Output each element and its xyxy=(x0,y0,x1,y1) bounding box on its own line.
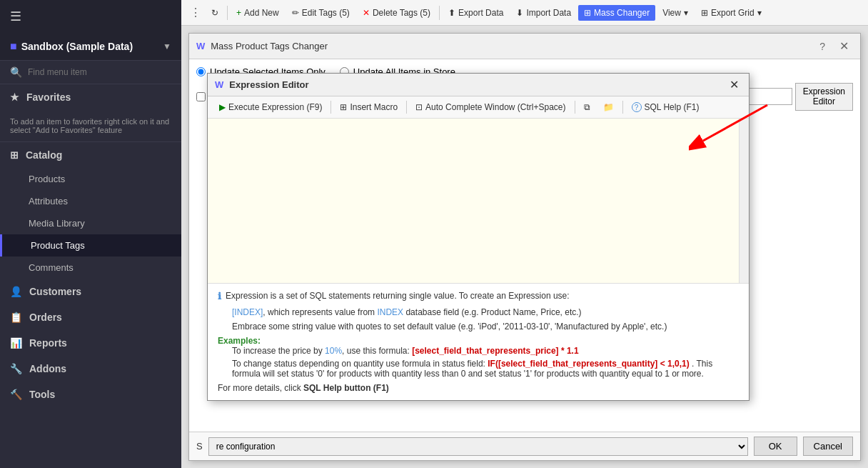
orders-label: Orders xyxy=(29,312,62,323)
add-new-button[interactable]: + Add New xyxy=(231,5,285,21)
expr-editor-area xyxy=(208,119,749,284)
reports-icon: 📊 xyxy=(10,337,22,349)
edit-icon: ✏ xyxy=(292,8,299,18)
expr-textarea[interactable] xyxy=(212,123,745,277)
expr-dialog-icon: W xyxy=(215,79,223,90)
catalog-icon: ⊞ xyxy=(10,149,19,161)
sidebar-item-catalog[interactable]: ⊞ Catalog xyxy=(0,142,181,168)
view-chevron-icon: ▾ xyxy=(684,8,688,18)
index-link[interactable]: [INDEX] xyxy=(232,307,263,317)
auto-complete-icon: ⊡ xyxy=(415,102,423,112)
mass-changer-bottom-bar: S re configuration OK Cancel xyxy=(189,432,860,460)
mass-changer-titlebar: W Mass Product Tags Changer ? ✕ xyxy=(189,34,860,59)
products-label: Products xyxy=(29,174,65,184)
expr-toolbar: ▶ Execute Expression (F9) ⊞ Insert Macro… xyxy=(208,96,749,119)
sidebar-item-customers[interactable]: 👤 Customers xyxy=(0,279,181,304)
expr-close-button[interactable]: ✕ xyxy=(727,78,742,91)
refresh-icon: ↻ xyxy=(211,8,218,18)
expr-toolbar-sep-1 xyxy=(330,101,331,114)
customers-icon: 👤 xyxy=(10,286,22,297)
toolbar-more-icon[interactable]: ⋮ xyxy=(187,6,204,19)
search-input[interactable] xyxy=(28,67,171,77)
expr-toolbar-sep-3 xyxy=(575,101,575,114)
delete-tags-button[interactable]: ✕ Delete Tags (5) xyxy=(357,5,436,21)
toolbar-separator-2 xyxy=(439,6,440,20)
sidebar-item-orders[interactable]: 📋 Orders xyxy=(0,304,181,330)
add-new-label: Add New xyxy=(244,8,279,18)
sidebar-item-tools[interactable]: 🔨 Tools xyxy=(0,382,181,407)
index-db-link[interactable]: INDEX xyxy=(377,307,403,317)
insert-macro-button[interactable]: ⊞ Insert Macro xyxy=(334,99,403,115)
sidebar-item-favorites[interactable]: ★ Favorites xyxy=(0,84,181,110)
mass-changer-button[interactable]: ⊞ Mass Changer xyxy=(578,5,655,21)
sidebar-header: ☰ xyxy=(0,0,181,33)
folder-button[interactable]: 📁 xyxy=(597,99,620,115)
sql-help-button[interactable]: ? SQL Help (F1) xyxy=(626,99,705,115)
sidebar-item-reports[interactable]: 📊 Reports xyxy=(0,330,181,356)
export-grid-chevron-icon: ▾ xyxy=(757,8,762,18)
sidebar-chevron-icon[interactable]: ▼ xyxy=(163,41,171,51)
favorites-hint: To add an item to favorites right click … xyxy=(0,110,181,142)
info-icon: ℹ xyxy=(218,291,221,302)
catalog-label: Catalog xyxy=(26,149,62,161)
view-button[interactable]: View ▾ xyxy=(657,5,694,21)
export-grid-button[interactable]: ⊞ Export Grid ▾ xyxy=(695,5,767,21)
hamburger-icon[interactable]: ☰ xyxy=(10,9,21,24)
more-details-text: For more details, click SQL Help button … xyxy=(218,383,389,393)
sidebar-title: Sandbox (Sample Data) xyxy=(21,41,158,52)
edit-tags-button[interactable]: ✏ Edit Tags (5) xyxy=(286,5,355,21)
mass-changer-dialog-icon: W xyxy=(196,41,205,51)
sidebar-sub-item-product-tags[interactable]: Product Tags xyxy=(0,234,181,257)
ok-button[interactable]: OK xyxy=(754,437,797,456)
field-checkbox[interactable] xyxy=(196,92,206,101)
sidebar-sub-item-media-library[interactable]: Media Library xyxy=(0,212,181,234)
dialog-backdrop: W Mass Product Tags Changer ? ✕ Update S… xyxy=(181,26,868,468)
insert-macro-label: Insert Macro xyxy=(350,102,398,112)
help-intro-text: Expression is a set of SQL statements re… xyxy=(226,291,570,302)
import-data-button[interactable]: ⬇ Import Data xyxy=(510,5,577,21)
export-icon: ⬆ xyxy=(448,8,455,18)
expression-editor-dialog: W Expression Editor ✕ ▶ Execute Expressi… xyxy=(207,73,750,401)
comments-label: Comments xyxy=(29,262,74,273)
sidebar-sub-item-attributes[interactable]: Attributes xyxy=(0,190,181,212)
cancel-button[interactable]: Cancel xyxy=(803,437,853,456)
sidebar-sub-item-comments[interactable]: Comments xyxy=(0,257,181,279)
sidebar-search-area: 🔍 xyxy=(0,61,181,84)
export-grid-icon: ⊞ xyxy=(701,8,708,18)
mass-changer-label: Mass Changer xyxy=(594,8,650,18)
mass-changer-body: Update Selected Items Only Update All It… xyxy=(189,59,860,432)
delete-icon: ✕ xyxy=(363,8,370,18)
expr-scrollbar[interactable] xyxy=(739,119,749,283)
sidebar-item-addons[interactable]: 🔧 Addons xyxy=(0,356,181,382)
export-grid-label: Export Grid xyxy=(711,8,755,18)
import-icon: ⬇ xyxy=(516,8,523,18)
sql-help-label: SQL Help (F1) xyxy=(645,102,700,112)
auto-complete-label: Auto Complete Window (Ctrl+Space) xyxy=(425,102,565,112)
favorites-hint-text: To add an item to favorites right click … xyxy=(10,117,171,134)
main-content: ⋮ ↻ + Add New ✏ Edit Tags (5) ✕ Delete T… xyxy=(181,0,868,468)
insert-macro-icon: ⊞ xyxy=(340,102,347,112)
mass-changer-close-button[interactable]: ✕ xyxy=(835,38,853,54)
sql-help-link-text: SQL Help button (F1) xyxy=(303,383,389,393)
expr-editor-btn-line2: Editor xyxy=(813,96,835,106)
export-data-button[interactable]: ⬆ Export Data xyxy=(443,5,509,21)
export-data-label: Export Data xyxy=(458,8,503,18)
example1-text: To increase the price by 10%, use this f… xyxy=(232,346,579,356)
mass-changer-dialog: W Mass Product Tags Changer ? ✕ Update S… xyxy=(188,33,861,461)
folder-icon: 📁 xyxy=(603,102,614,112)
expression-editor-button[interactable]: Expression Editor xyxy=(795,83,853,111)
copy-button[interactable]: ⧉ xyxy=(578,99,596,115)
edit-tags-label: Edit Tags (5) xyxy=(302,8,350,18)
reports-label: Reports xyxy=(29,337,67,349)
mass-changer-icon: ⊞ xyxy=(584,8,591,18)
mass-changer-help-button[interactable]: ? xyxy=(815,39,829,54)
sidebar-sub-item-products[interactable]: Products xyxy=(0,168,181,190)
expr-toolbar-sep-2 xyxy=(406,101,407,114)
refresh-button[interactable]: ↻ xyxy=(206,5,224,21)
favorites-label: Favorites xyxy=(26,91,71,103)
help-icon: ? xyxy=(632,102,642,112)
auto-complete-button[interactable]: ⊡ Auto Complete Window (Ctrl+Space) xyxy=(410,99,571,115)
execute-expression-button[interactable]: ▶ Execute Expression (F9) xyxy=(213,99,328,115)
configuration-select[interactable]: re configuration xyxy=(208,437,748,456)
media-library-label: Media Library xyxy=(29,218,85,229)
